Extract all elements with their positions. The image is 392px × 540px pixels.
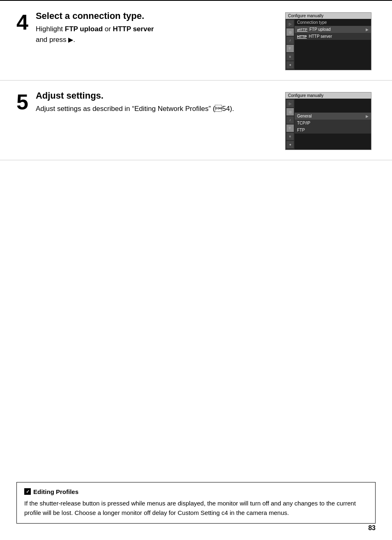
step5-header: 5 Adjust settings. Adjust settings as de… [16, 90, 277, 114]
step4-menu-empty1 [295, 40, 371, 47]
step4-menu-item-ftp: ⇌FTP FTP upload ▶ [295, 26, 371, 33]
step4-menu-item-http: HTTP HTTP server [295, 33, 371, 40]
step4-number: 4 [16, 12, 28, 33]
step4-menu-items: Connection type ⇌FTP FTP upload ▶ HTTP [295, 19, 371, 70]
step5-title: Adjust settings. [36, 90, 234, 101]
icon-wrench: ≡ [286, 53, 294, 60]
ftp-text: FTP upload [309, 27, 331, 32]
step5-icon-wrench: ≡ [286, 133, 294, 140]
step4-title: Select a connection type. [36, 11, 154, 21]
step4-ftp-label: ⇌FTP FTP upload [297, 27, 331, 32]
step4-screenshot: Configure manually ▷ ◎ / 〒 ≡ ✦ Connectio… [285, 12, 376, 70]
step4-desc-middle: or [103, 25, 113, 33]
note-checkbox-icon: ✓ [24, 488, 31, 495]
step5-menu-empty1 [295, 106, 371, 113]
ftp-prefix: ⇌FTP [297, 28, 307, 32]
step4-menu-subtitle: Connection type [295, 19, 371, 26]
icon-pencil: / [286, 37, 294, 44]
page-container: 4 Select a connection type. Highlight FT… [0, 0, 392, 540]
step5-menu-item-general: General ▶ [295, 113, 371, 120]
ftp-chevron: ▶ [366, 28, 369, 32]
step5-menu-item-ftp: FTP [295, 127, 371, 134]
note-title: ✓ Editing Profiles [24, 488, 368, 495]
step4-http-label: HTTP HTTP server [297, 34, 332, 39]
note-box: ✓ Editing Profiles If the shutter-releas… [16, 482, 376, 524]
step4-menu-empty2 [295, 47, 371, 54]
step4-menu-subtitle-text: Connection type [297, 20, 327, 25]
icon-play: ▷ [286, 20, 294, 28]
step5-menu-title: Configure manually [286, 92, 371, 99]
step4-menu-title: Configure manually [286, 13, 371, 19]
step4-content: 4 Select a connection type. Highlight FT… [16, 11, 285, 70]
step5-menu-items: General ▶ TCP/IP FTP [295, 99, 371, 150]
step4-arrow: ▶ [68, 36, 73, 43]
step4-description: Highlight FTP upload or HTTP serverand p… [36, 24, 154, 45]
step5-ftp-text: FTP [297, 128, 305, 132]
step5-general-text: General [297, 114, 312, 118]
step5-icon-pencil: / [286, 116, 294, 124]
step4-option2: HTTP server [113, 25, 154, 33]
page-number: 83 [368, 524, 376, 532]
step5-camera-menu: Configure manually ▷ ◎ / 〒 ≡ ✦ [285, 92, 371, 150]
http-prefix: HTTP [297, 35, 307, 39]
step4-option1: FTP upload [65, 25, 103, 33]
empty-space [0, 160, 392, 399]
http-text: HTTP server [309, 34, 332, 39]
step5-menu-body: ▷ ◎ / 〒 ≡ ✦ General ▶ [286, 99, 371, 150]
step5-icon-play: ▷ [286, 100, 294, 107]
step4-camera-menu: Configure manually ▷ ◎ / 〒 ≡ ✦ Connectio… [285, 12, 371, 70]
step5-number: 5 [16, 91, 28, 113]
step5-menu-item-tcpip: TCP/IP [295, 120, 371, 127]
icon-camera: ◎ [286, 28, 294, 36]
step5-description: Adjust settings as described in “Editing… [36, 104, 234, 114]
note-title-text: Editing Profiles [33, 488, 78, 495]
icon-retouch: ✦ [286, 61, 294, 69]
step5-screenshot: Configure manually ▷ ◎ / 〒 ≡ ✦ [285, 92, 376, 150]
step5-icon-retouch: ✦ [286, 141, 294, 148]
step4-desc-suffix: and press [36, 36, 67, 44]
step4-menu-body: ▷ ◎ / 〒 ≡ ✦ Connection type ⇌FTP [286, 19, 371, 70]
step4-desc-prefix: Highlight [36, 25, 65, 33]
step5-menu-empty2 [295, 134, 371, 141]
step4-text-block: Select a connection type. Highlight FTP … [36, 11, 154, 45]
step5-menu-empty0 [295, 99, 371, 106]
icon-wifi: 〒 [286, 45, 294, 52]
step5-section: 5 Adjust settings. Adjust settings as de… [0, 81, 392, 160]
step5-icon-camera: ◎ [286, 108, 294, 115]
step4-section: 4 Select a connection type. Highlight FT… [0, 1, 392, 81]
step5-tcpip-text: TCP/IP [297, 121, 310, 125]
step5-menu-icons: ▷ ◎ / 〒 ≡ ✦ [286, 99, 295, 150]
step4-header: 4 Select a connection type. Highlight FT… [16, 11, 277, 45]
step4-menu-icons: ▷ ◎ / 〒 ≡ ✦ [286, 19, 295, 70]
step5-general-chevron: ▶ [366, 114, 369, 118]
step5-text-block: Adjust settings. Adjust settings as desc… [36, 90, 234, 114]
step5-icon-wifi: 〒 [286, 125, 294, 132]
note-text: If the shutter-release button is pressed… [24, 498, 368, 518]
step5-content: 5 Adjust settings. Adjust settings as de… [16, 90, 285, 150]
